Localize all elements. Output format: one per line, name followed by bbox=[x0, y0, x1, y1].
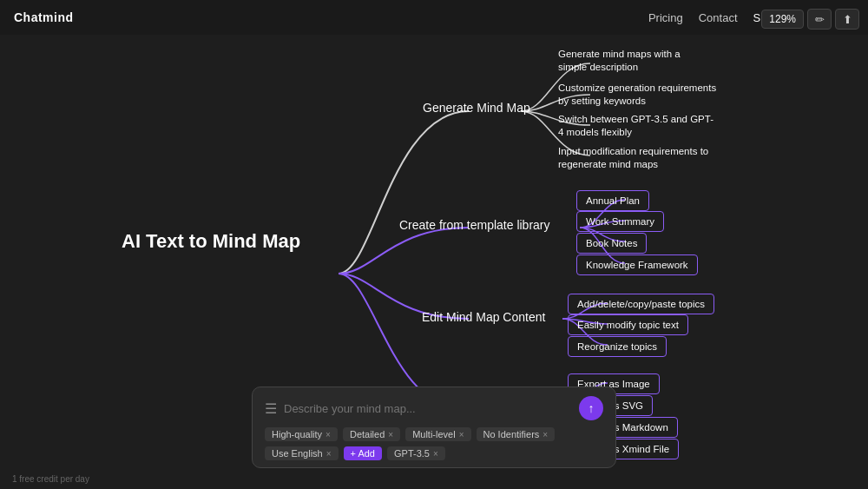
input-row: ☰ ↑ bbox=[265, 396, 603, 420]
tag-remove-icon[interactable]: × bbox=[326, 449, 332, 459]
leaf-generate-4: Input modification requirements to regen… bbox=[558, 145, 714, 171]
credits: 1 free credit per day bbox=[12, 474, 89, 484]
input-tag[interactable]: No Identifiers× bbox=[477, 427, 556, 441]
zoom-level: 129% bbox=[761, 10, 804, 29]
input-doc-icon: ☰ bbox=[265, 400, 277, 417]
input-tag[interactable]: + Add bbox=[344, 446, 382, 460]
tag-remove-icon[interactable]: × bbox=[326, 430, 331, 439]
app-logo: Chatmind bbox=[14, 10, 74, 24]
export-icon[interactable]: ⬆ bbox=[835, 9, 859, 30]
input-bar: ☰ ↑ High-quality×Detailed×Multi-level×No… bbox=[252, 387, 616, 468]
tag-remove-icon[interactable]: × bbox=[542, 430, 548, 439]
nav-contact[interactable]: Contact bbox=[699, 11, 738, 24]
send-button[interactable]: ↑ bbox=[579, 396, 603, 420]
tag-remove-icon[interactable]: × bbox=[433, 449, 438, 459]
input-tag[interactable]: Use English× bbox=[265, 446, 339, 460]
navbar: Chatmind Pricing Contact Sign In ☀ ⚙ bbox=[0, 0, 868, 35]
tags-row: High-quality×Detailed×Multi-level×No Ide… bbox=[265, 427, 603, 460]
input-tag[interactable]: GPT-3.5× bbox=[387, 446, 445, 460]
mind-map-input[interactable] bbox=[284, 402, 572, 415]
edit-icon[interactable]: ✏ bbox=[807, 9, 832, 30]
tag-remove-icon[interactable]: × bbox=[388, 430, 393, 439]
input-tag[interactable]: Multi-level× bbox=[405, 427, 470, 441]
input-tag[interactable]: High-quality× bbox=[265, 427, 338, 441]
nav-pricing[interactable]: Pricing bbox=[648, 11, 683, 24]
leaf-generate-1: Generate mind maps with a simple descrip… bbox=[558, 48, 710, 74]
leaf-generate-3: Switch between GPT-3.5 and GPT-4 models … bbox=[558, 113, 719, 139]
zoom-controls: 129% ✏ ⬆ bbox=[761, 9, 859, 30]
mind-map-canvas: Chatmind Pricing Contact Sign In ☀ ⚙ 129… bbox=[0, 0, 868, 489]
leaf-generate-2: Customize generation requirements by set… bbox=[558, 82, 719, 108]
input-tag[interactable]: Detailed× bbox=[343, 427, 400, 441]
tag-remove-icon[interactable]: × bbox=[459, 430, 464, 439]
